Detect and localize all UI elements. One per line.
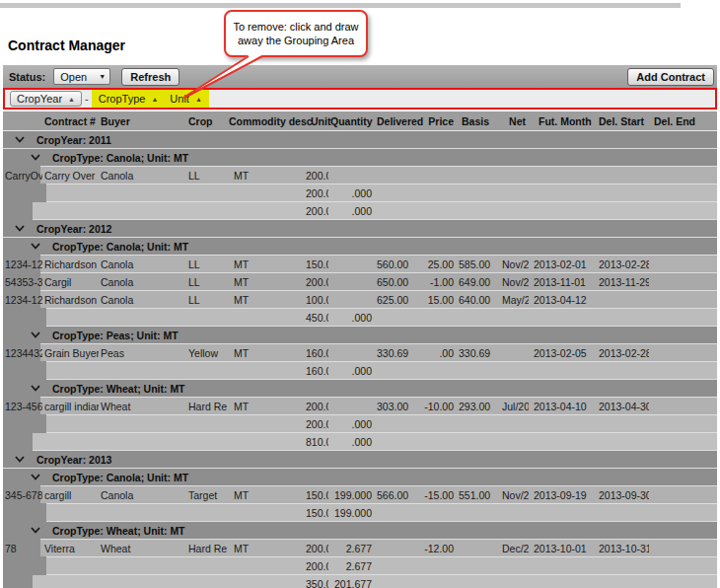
status-dropdown[interactable]: Open ▼ xyxy=(53,68,110,85)
cell-buyer: cargill indian head xyxy=(42,401,99,412)
add-contract-button[interactable]: Add Contract xyxy=(627,68,714,86)
cell-net: 551.00 xyxy=(457,489,492,501)
cell-quantity: 100.000 xyxy=(304,294,328,306)
cell-quantity: 150.000 xyxy=(304,258,328,270)
group-row-cropyear[interactable]: CropYear: 2013 xyxy=(3,451,717,469)
contract-row[interactable]: 78ViterraWheatHard Red SpringMT200.0002.… xyxy=(3,540,717,557)
contract-row[interactable]: 1234-123RichardsonCanolaLLMT150.000560.0… xyxy=(3,256,717,273)
column-header-del_start[interactable]: Del. Start xyxy=(594,115,649,127)
cell-contract: 345-678 xyxy=(3,489,42,501)
group-row-croptype[interactable]: CropType: Peas; Unit: MT xyxy=(3,327,717,344)
column-header-commodity[interactable]: Commodity desc xyxy=(227,115,304,127)
refresh-button[interactable]: Refresh xyxy=(121,68,180,86)
column-header-contract[interactable]: Contract # xyxy=(42,115,99,127)
cell-crop: Wheat xyxy=(99,401,186,412)
cell-basis: 25.00 xyxy=(410,258,457,270)
cell-commodity: Hard Red Spring xyxy=(186,401,227,412)
chevron-down-icon[interactable] xyxy=(31,154,40,161)
column-header-unit[interactable]: Unit xyxy=(304,115,328,127)
contract-manager-panel: Status: Open ▼ Refresh Add Contract Crop… xyxy=(3,65,717,588)
grouping-chip-cropyear[interactable]: CropYear ▲ xyxy=(10,91,82,107)
contract-row[interactable]: 1234432Grain Buyer XYZPeasYellowMT160.00… xyxy=(3,344,717,362)
chevron-down-icon[interactable] xyxy=(31,474,40,480)
cell-delivered: .000 xyxy=(328,312,375,324)
group-row-croptype[interactable]: CropType: Canola; Unit: MT xyxy=(3,238,717,256)
cell-unit: MT xyxy=(227,347,304,359)
grouping-chip-unit[interactable]: Unit ▲ xyxy=(170,93,202,105)
group-row-croptype[interactable]: CropType: Canola; Unit: MT xyxy=(3,469,717,486)
cell-fut_month: Nov/2012 xyxy=(492,276,529,288)
subtotal-row: 160.000.000 xyxy=(3,362,717,380)
column-header-quantity[interactable]: Quantity xyxy=(328,115,375,127)
cell-commodity: Yellow xyxy=(186,347,227,359)
chevron-down-icon[interactable] xyxy=(31,527,40,534)
contract-row[interactable]: CarryOverCarry OverCanolaLLMT200.000 xyxy=(3,167,717,184)
cell-del_start: 2013-09-19 xyxy=(529,489,594,501)
group-label: CropType: Canola; Unit: MT xyxy=(52,152,188,164)
cell-basis: 15.00 xyxy=(410,294,457,306)
cell-net: 640.00 xyxy=(457,294,492,306)
column-header-net[interactable]: Net xyxy=(492,115,529,127)
group-row-cropyear[interactable]: CropYear: 2012 xyxy=(3,220,717,238)
column-header-delivered[interactable]: Delivered xyxy=(375,115,410,127)
chevron-down-icon[interactable] xyxy=(15,225,25,232)
cell-commodity: LL xyxy=(186,258,227,270)
grouping-chip-croptype[interactable]: CropType ▲ xyxy=(99,93,159,105)
cell-quantity: 350.000 xyxy=(304,578,328,588)
cell-quantity: 200.000 xyxy=(304,418,328,430)
group-total-row: 200.000.000 xyxy=(3,202,717,220)
cell-contract: 1234432 xyxy=(3,347,42,359)
cell-buyer: Richardson xyxy=(42,294,99,306)
contract-row[interactable]: 123-456cargill indian headWheatHard Red … xyxy=(3,398,717,415)
cell-contract: 78 xyxy=(3,543,42,554)
group-label: CropType: Wheat; Unit: MT xyxy=(52,383,185,395)
chevron-down-icon[interactable] xyxy=(15,136,25,143)
cell-contract: 1234-123 xyxy=(3,258,42,270)
group-label: CropType: Peas; Unit: MT xyxy=(52,330,179,341)
cell-quantity: 160.000 xyxy=(304,347,328,359)
cell-fut_month: Nov/2013 xyxy=(492,489,529,501)
contract-row[interactable]: 345-678cargillCanolaTargetMT150.000199.0… xyxy=(3,486,717,504)
grouping-area[interactable]: CropYear ▲ - CropType ▲ Unit ▲ xyxy=(3,88,717,110)
grouping-chip-label: CropType xyxy=(99,93,146,105)
contract-row[interactable]: 1234-123RichardsonCanolaLLMT100.000625.0… xyxy=(3,291,717,309)
cell-unit: MT xyxy=(227,170,304,182)
group-row-cropyear[interactable]: CropYear: 2011 xyxy=(3,131,717,149)
subtotal-row: 200.0002.677 xyxy=(3,557,717,575)
chevron-down-icon[interactable] xyxy=(31,385,40,392)
grid-body: CropYear: 2011CropType: Canola; Unit: MT… xyxy=(3,131,717,588)
group-row-croptype[interactable]: CropType: Wheat; Unit: MT xyxy=(3,380,717,398)
subtotal-row: 200.000.000 xyxy=(3,415,717,433)
cell-unit: MT xyxy=(227,258,304,270)
cell-unit: MT xyxy=(227,489,304,501)
grouping-chip-label: Unit xyxy=(170,93,189,105)
indent-gutter xyxy=(3,361,46,380)
cell-delivered: .000 xyxy=(328,436,375,448)
column-header-fut_month[interactable]: Fut. Month xyxy=(529,115,594,127)
cell-del_end: 2013-10-31 xyxy=(594,543,649,554)
callout-tooltip: To remove: click and draw away the Group… xyxy=(224,10,368,57)
cell-quantity: 450.000 xyxy=(304,312,328,324)
cell-basis: -10.00 xyxy=(410,401,457,412)
cell-net: 293.00 xyxy=(457,401,492,412)
cell-crop: Canola xyxy=(99,170,186,182)
cell-del_end: 2013-09-30 xyxy=(594,489,649,501)
group-label: CropType: Canola; Unit: MT xyxy=(52,472,188,483)
cell-basis: -15.00 xyxy=(410,489,457,501)
column-header-crop[interactable]: Crop xyxy=(186,115,227,127)
cell-del_end: 2013-11-29 xyxy=(594,276,649,288)
chevron-down-icon[interactable] xyxy=(31,331,40,338)
column-header-del_end[interactable]: Del. End xyxy=(649,115,717,127)
cell-basis: -12.00 xyxy=(410,543,457,554)
group-row-croptype[interactable]: CropType: Wheat; Unit: MT xyxy=(3,522,717,540)
column-header-basis[interactable]: Basis xyxy=(457,115,492,127)
column-header-buyer[interactable]: Buyer xyxy=(99,115,186,127)
chevron-down-icon[interactable] xyxy=(31,243,40,250)
cell-quantity: 200.000 xyxy=(304,543,328,554)
contract-row[interactable]: 54353-324CargilCanolaLLMT200.000650.00-1… xyxy=(3,273,717,291)
cell-price: 650.00 xyxy=(375,276,410,288)
group-row-croptype[interactable]: CropType: Canola; Unit: MT xyxy=(3,149,717,167)
chevron-down-icon[interactable] xyxy=(15,456,25,463)
cell-delivered: 199.000 xyxy=(328,489,375,501)
column-header-price[interactable]: Price xyxy=(410,115,457,127)
